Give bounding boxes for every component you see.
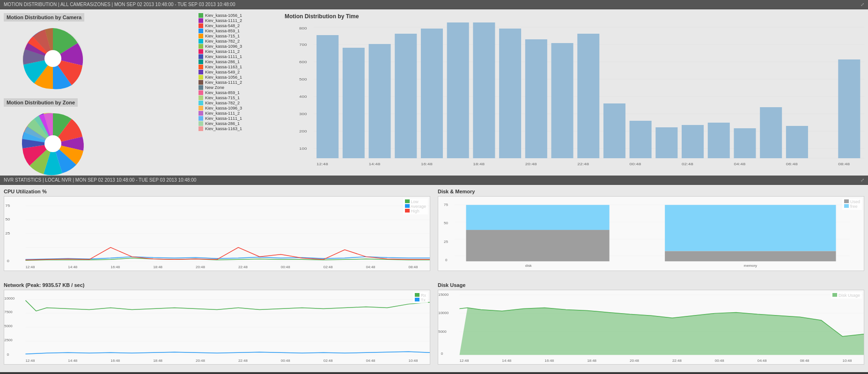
svg-text:04:48: 04:48	[734, 162, 745, 166]
svg-text:7500: 7500	[4, 310, 13, 314]
camera-pie-chart	[18, 23, 88, 94]
bottom-expand-icon[interactable]: ⤢	[861, 177, 864, 183]
svg-text:18:48: 18:48	[153, 265, 162, 269]
legend-item: Kiev_kassa-1163_1	[199, 126, 279, 131]
svg-text:16:48: 16:48	[544, 359, 554, 363]
svg-text:100: 100	[299, 147, 307, 151]
svg-rect-30	[551, 43, 573, 158]
svg-text:04:48: 04:48	[366, 265, 375, 269]
disk-memory-panel: Disk & Memory 75 50 25 0	[434, 185, 868, 279]
svg-rect-80	[466, 205, 610, 230]
nvr-section: CPU Utilization % 75 50 25 0	[0, 185, 868, 372]
network-legend-rx: Rx	[415, 293, 426, 298]
camera-legend: Kiev_kassa-1056_1Kiev_kassa-1111_2Kiev_k…	[199, 13, 279, 131]
network-legend: Rx Tx	[413, 292, 428, 303]
svg-text:08:48: 08:48	[838, 162, 850, 166]
svg-rect-34	[655, 127, 677, 158]
svg-text:06:48: 06:48	[786, 162, 798, 166]
bottom-row-1: CPU Utilization % 75 50 25 0	[0, 185, 868, 279]
svg-rect-29	[525, 39, 547, 158]
svg-text:04:48: 04:48	[758, 359, 767, 363]
svg-text:12:48: 12:48	[316, 162, 328, 166]
svg-text:700: 700	[299, 43, 307, 47]
svg-rect-40	[838, 59, 860, 158]
svg-text:18:48: 18:48	[153, 359, 162, 363]
svg-text:300: 300	[299, 112, 307, 116]
legend-item: Kiev_kassa-859_1	[199, 90, 279, 95]
svg-point-1	[44, 50, 61, 67]
svg-text:12:48: 12:48	[459, 359, 469, 363]
legend-item: Kiev_kassa-1111_2	[199, 80, 279, 85]
legend-item: Kiev_kassa-1056_1	[199, 75, 279, 80]
svg-rect-35	[682, 125, 704, 158]
svg-rect-38	[760, 107, 782, 158]
svg-marker-113	[459, 308, 864, 355]
legend-item: Kiev_kassa-1096_3	[199, 44, 279, 49]
svg-rect-81	[665, 205, 836, 251]
legend-item: Kiev_kassa-715_1	[199, 34, 279, 38]
svg-text:00:48: 00:48	[715, 359, 724, 363]
svg-rect-79	[466, 230, 610, 261]
legend-item: Kiev_kassa-1096_3	[199, 106, 279, 110]
svg-text:disk: disk	[525, 264, 532, 268]
top-section-header: MOTION DISTRIBUTION | ALL CAMERAS/ZONES …	[0, 0, 868, 9]
cpu-legend-item-low: Low	[405, 199, 426, 204]
motion-by-zone-title: Motion Distribution by Zone	[4, 98, 78, 107]
legend-item: Kiev_kassa-286_1	[199, 121, 279, 126]
svg-text:00:48: 00:48	[281, 359, 290, 363]
svg-text:0: 0	[441, 352, 443, 356]
dm-legend-used: Used	[844, 199, 860, 204]
svg-text:200: 200	[299, 129, 307, 133]
svg-text:14:48: 14:48	[68, 359, 77, 363]
svg-text:600: 600	[299, 60, 307, 64]
svg-text:2500: 2500	[4, 338, 13, 342]
svg-text:02:48: 02:48	[324, 359, 333, 363]
network-legend-tx: Tx	[415, 298, 426, 302]
svg-text:5000: 5000	[438, 330, 447, 333]
legend-item: Kiev_kassa-286_1	[199, 59, 279, 64]
svg-text:0: 0	[7, 353, 9, 357]
svg-text:02:48: 02:48	[324, 265, 333, 269]
bottom-row-2: Network (Peak: 9935.57 KB / sec) 10000 7…	[0, 279, 868, 372]
disk-usage-panel: Disk Usage 15000 10000 5000 0	[434, 279, 868, 372]
svg-rect-82	[665, 251, 836, 262]
svg-text:10000: 10000	[4, 296, 15, 300]
svg-text:400: 400	[299, 95, 307, 99]
top-header-text: MOTION DISTRIBUTION | ALL CAMERAS/ZONES …	[4, 2, 235, 7]
svg-text:50: 50	[5, 217, 10, 221]
svg-text:20:48: 20:48	[196, 265, 205, 269]
disk-usage-legend: Disk Usage	[831, 292, 862, 299]
svg-rect-31	[577, 34, 599, 158]
cpu-legend-item-high: High	[405, 209, 426, 213]
legend-panel: Kiev_kassa-1056_1Kiev_kassa-1111_2Kiev_k…	[197, 9, 281, 176]
legend-item: New Zone	[199, 85, 279, 90]
svg-rect-37	[734, 128, 756, 158]
disk-usage-chart: 15000 10000 5000 0 12:48 14:48 16:48 18:…	[438, 290, 864, 365]
legend-item: Kiev_kassa-111_2	[199, 49, 279, 54]
time-chart-svg: 800 700 600 500 400 300 200 100	[285, 22, 864, 168]
svg-text:16:48: 16:48	[110, 359, 120, 363]
svg-text:14:48: 14:48	[68, 265, 77, 269]
top-section: Motion Distribution by Camera	[0, 9, 868, 176]
legend-item: Kiev_kassa-1056_1	[199, 13, 279, 18]
svg-text:20:48: 20:48	[630, 359, 639, 363]
left-panel: Motion Distribution by Camera	[0, 9, 197, 176]
disk-usage-legend-item: Disk Usage	[832, 293, 860, 298]
svg-text:15000: 15000	[438, 293, 449, 296]
svg-text:75: 75	[444, 203, 448, 207]
svg-text:0: 0	[7, 259, 9, 263]
svg-text:18:48: 18:48	[473, 162, 485, 166]
disk-memory-chart: 75 50 25 0	[438, 196, 864, 271]
legend-item: Kiev_kassa-859_1	[199, 29, 279, 33]
cpu-legend: Low Average High	[403, 198, 428, 214]
svg-text:10:48: 10:48	[843, 359, 852, 363]
svg-text:800: 800	[299, 26, 307, 30]
svg-text:10:48: 10:48	[409, 359, 418, 363]
svg-rect-25	[421, 29, 443, 158]
svg-rect-22	[343, 48, 365, 158]
top-expand-icon[interactable]: ⤢	[861, 2, 864, 7]
svg-rect-33	[630, 121, 652, 158]
legend-item: Kiev_kassa-782_2	[199, 39, 279, 44]
network-chart: 10000 7500 5000 2500 0 12:48 14:48 16:48…	[4, 290, 430, 365]
svg-text:08:48: 08:48	[409, 265, 418, 269]
